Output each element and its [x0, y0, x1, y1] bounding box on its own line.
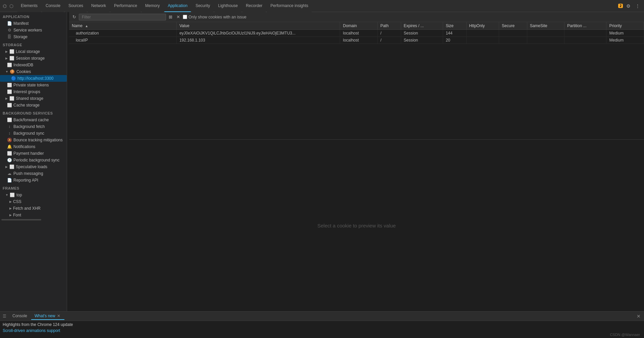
private-state-icon: ⬜ — [7, 83, 12, 87]
cookie-table-wrap: Name ▲ Value Domain Path E — [69, 22, 644, 139]
close-whats-new-button[interactable]: ✕ — [56, 314, 61, 318]
arrow-icon: ▶ — [9, 213, 12, 217]
cell-samesite — [527, 30, 564, 37]
bottom-panel: ☰ Console What's new ✕ ✕ Highlights from… — [0, 311, 644, 338]
sidebar-label-reporting-api: Reporting API — [13, 178, 38, 183]
tab-performance-insights[interactable]: Performance insights — [267, 0, 312, 12]
col-samesite[interactable]: SameSite — [527, 22, 564, 30]
col-expires-label: Expires / ... — [404, 23, 424, 28]
sidebar-item-reporting-api[interactable]: 📄 Reporting API — [0, 177, 67, 184]
tab-performance[interactable]: Performance — [111, 0, 141, 12]
bounce-tracking-icon: 🔕 — [7, 138, 12, 142]
col-value[interactable]: Value — [176, 22, 340, 30]
col-expires[interactable]: Expires / ... — [401, 22, 443, 30]
tab-whats-new[interactable]: What's new ✕ — [31, 313, 64, 320]
more-options-icon[interactable]: ⋮ — [634, 3, 641, 9]
sidebar-item-font[interactable]: ▶ Font — [0, 212, 67, 218]
tab-elements[interactable]: Elements — [17, 0, 41, 12]
close-bottom-panel-button[interactable]: ✕ — [636, 314, 641, 319]
settings-icon[interactable]: ⚙ — [625, 3, 632, 9]
table-row[interactable]: localIP 192.168.1.103 localhost / Sessio… — [69, 37, 644, 44]
devtools-icon[interactable]: ⌬ — [3, 3, 7, 9]
clear-filter-button[interactable]: ⊠ — [167, 14, 174, 20]
col-secure[interactable]: Secure — [499, 22, 527, 30]
tab-console[interactable]: Console — [42, 0, 64, 12]
reporting-api-icon: 📄 — [7, 178, 12, 183]
tab-console-bottom[interactable]: Console — [9, 313, 31, 320]
col-size[interactable]: Size — [443, 22, 466, 30]
sidebar-item-service-workers[interactable]: ⚙ Service workers — [0, 27, 67, 33]
sidebar-item-private-state-tokens[interactable]: ⬜ Private state tokens — [0, 82, 67, 88]
tab-sources[interactable]: Sources — [65, 0, 87, 12]
sidebar-item-periodic-bg-sync[interactable]: 🕐 Periodic background sync — [0, 157, 67, 163]
sidebar-item-indexeddb[interactable]: ⬜ IndexedDB — [0, 62, 67, 68]
tab-application[interactable]: Application — [164, 0, 191, 12]
col-domain[interactable]: Domain — [340, 22, 377, 30]
back-forward-cache-icon: ⬜ — [7, 118, 12, 122]
cell-size: 144 — [443, 30, 466, 37]
col-name[interactable]: Name ▲ — [69, 22, 176, 30]
sidebar-item-cookies[interactable]: ▼ 🍪 Cookies — [0, 68, 67, 75]
tab-security[interactable]: Security — [192, 0, 213, 12]
bottom-panel-menu-icon[interactable]: ☰ — [3, 314, 6, 319]
sidebar-item-local-storage[interactable]: ▶ ⬜ Local storage — [0, 48, 67, 55]
scroll-driven-link[interactable]: Scroll-driven animations support — [3, 328, 60, 333]
frames-section-header: Frames — [0, 184, 67, 192]
bottom-footer: CSDN @Wannaer — [610, 333, 640, 337]
show-cookies-issue-checkbox[interactable] — [183, 15, 187, 19]
sidebar-item-background-sync[interactable]: ↕ Background sync — [0, 130, 67, 137]
sidebar-item-back-forward-cache[interactable]: ⬜ Back/forward cache — [0, 117, 67, 123]
sidebar-item-shared-storage[interactable]: ▶ ⬜ Shared storage — [0, 95, 67, 102]
sidebar-item-push-messaging[interactable]: ☁ Push messaging — [0, 170, 67, 177]
tab-network[interactable]: Network — [88, 0, 109, 12]
cell-name: localIP — [69, 37, 176, 44]
show-cookies-issue-label[interactable]: Only show cookies with an issue — [183, 15, 247, 19]
sidebar-label-session-storage: Session storage — [16, 56, 45, 61]
local-storage-icon: ⬜ — [9, 49, 14, 54]
interest-groups-icon: ⬜ — [7, 89, 12, 94]
sidebar-item-payment-handler[interactable]: ⬜ Payment handler — [0, 150, 67, 157]
notifications-icon: 🔔 — [7, 144, 12, 149]
bottom-tabs: ☰ Console What's new ✕ ✕ — [0, 312, 644, 321]
sidebar-item-fetch-xhr[interactable]: ▶ Fetch and XHR — [0, 205, 67, 212]
sidebar: Application 📄 Manifest ⚙ Service workers… — [0, 12, 67, 311]
sidebar-label-speculative-loads: Speculative loads — [16, 164, 47, 169]
filter-input[interactable] — [79, 14, 166, 20]
col-httponly[interactable]: HttpOnly — [466, 22, 499, 30]
sidebar-item-interest-groups[interactable]: ⬜ Interest groups — [0, 88, 67, 95]
storage-icon: 🗄 — [7, 35, 12, 39]
show-cookies-issue-text: Only show cookies with an issue — [189, 15, 247, 19]
col-partition-label: Partition ... — [567, 23, 586, 28]
cell-samesite — [527, 37, 564, 44]
tab-lighthouse[interactable]: Lighthouse — [215, 0, 241, 12]
tab-memory[interactable]: Memory — [142, 0, 163, 12]
warning-badge: 2 — [618, 4, 623, 8]
sidebar-item-storage[interactable]: 🗄 Storage — [0, 33, 67, 40]
bg-services-section-header: Background services — [0, 109, 67, 117]
cell-partition — [565, 37, 606, 44]
sidebar-item-localhost[interactable]: 🔵 http://localhost:3300 — [0, 75, 67, 82]
sidebar-item-manifest[interactable]: 📄 Manifest — [0, 20, 67, 27]
sidebar-item-top[interactable]: ▼ ⬜ top — [0, 192, 67, 198]
sidebar-label-shared-storage: Shared storage — [16, 96, 43, 101]
sidebar-item-speculative-loads[interactable]: ▶ ⬜ Speculative loads — [0, 163, 67, 170]
col-size-label: Size — [446, 23, 453, 28]
cursor-icon[interactable]: ⬡ — [9, 3, 13, 9]
table-row[interactable]: authorization eyJ0eXAiOiJKV1QiLCJhbGciOi… — [69, 30, 644, 37]
sidebar-item-bounce-tracking[interactable]: 🔕 Bounce tracking mitigations — [0, 137, 67, 143]
col-partition[interactable]: Partition ... — [565, 22, 606, 30]
close-filter-button[interactable]: ✕ — [175, 14, 181, 20]
col-path[interactable]: Path — [377, 22, 401, 30]
col-priority[interactable]: Priority — [606, 22, 644, 30]
refresh-button[interactable]: ↻ — [71, 14, 77, 20]
tab-recorder[interactable]: Recorder — [243, 0, 266, 12]
push-messaging-icon: ☁ — [7, 171, 12, 176]
sidebar-item-cache-storage[interactable]: ⬜ Cache storage — [0, 102, 67, 109]
sidebar-item-notifications[interactable]: 🔔 Notifications — [0, 143, 67, 150]
sidebar-item-background-fetch[interactable]: ↕ Background fetch — [0, 123, 67, 130]
cookie-table-header: Name ▲ Value Domain Path E — [69, 22, 644, 30]
sidebar-item-session-storage[interactable]: ▶ ⬜ Session storage — [0, 55, 67, 62]
sidebar-label-indexeddb: IndexedDB — [13, 63, 33, 67]
sidebar-item-css[interactable]: ▶ CSS — [0, 198, 67, 205]
sidebar-label-bounce-tracking: Bounce tracking mitigations — [13, 138, 63, 142]
